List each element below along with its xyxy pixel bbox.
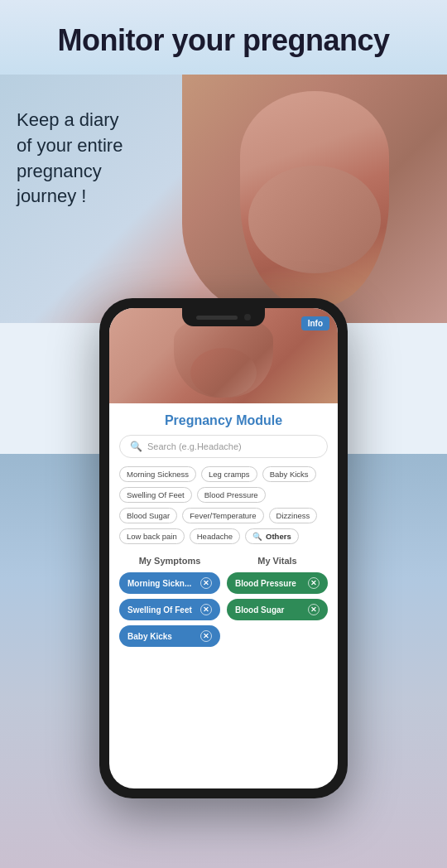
pregnant-silhouette bbox=[215, 91, 414, 323]
tag-fever[interactable]: Fever/Temperature bbox=[182, 508, 263, 523]
remove-blood-sugar[interactable]: ✕ bbox=[308, 604, 320, 615]
symptom-baby-kicks-label: Baby Kicks bbox=[127, 632, 172, 641]
hero-text: Keep a diary of your entire pregnancy jo… bbox=[17, 108, 123, 210]
notch-camera bbox=[244, 314, 251, 321]
tag-swelling[interactable]: Swelling Of Feet bbox=[119, 487, 192, 503]
phone-outer: Info Pregnancy Module 🔍 Search (e.g.Head… bbox=[99, 298, 348, 798]
symptom-morning-sickness[interactable]: Morning Sickn... ✕ bbox=[119, 572, 220, 594]
tag-blood-pressure[interactable]: Blood Pressure bbox=[197, 487, 266, 503]
vital-blood-sugar-label: Blood Sugar bbox=[235, 605, 284, 615]
tag-dizziness[interactable]: Dizziness bbox=[269, 508, 318, 523]
hero-section: Keep a diary of your entire pregnancy jo… bbox=[0, 75, 447, 323]
symptoms-column: My Symptoms Morning Sickn... ✕ Swelling … bbox=[119, 556, 220, 652]
vital-blood-pressure[interactable]: Blood Pressure ✕ bbox=[227, 572, 328, 594]
symptom-baby-kicks[interactable]: Baby Kicks ✕ bbox=[119, 625, 220, 647]
remove-blood-pressure[interactable]: ✕ bbox=[308, 577, 320, 589]
search-icon-small: 🔍 bbox=[252, 532, 262, 541]
tag-others[interactable]: 🔍 Others bbox=[245, 528, 299, 544]
tag-low-back-pain[interactable]: Low back pain bbox=[119, 528, 185, 544]
search-placeholder: Search (e.g.Headache) bbox=[147, 441, 242, 451]
vitals-column: My Vitals Blood Pressure ✕ Blood Sugar ✕ bbox=[227, 556, 328, 652]
symptoms-vitals-cols: My Symptoms Morning Sickn... ✕ Swelling … bbox=[119, 556, 328, 652]
tags-area: Morning Sickness Leg cramps Baby Kicks S… bbox=[109, 466, 338, 544]
tag-headache[interactable]: Headache bbox=[190, 528, 240, 544]
remove-morning-sickness[interactable]: ✕ bbox=[200, 577, 212, 589]
page-container: Monitor your pregnancy Keep a diary of y… bbox=[0, 0, 447, 868]
symptom-swelling-label: Swelling Of Feet bbox=[127, 605, 192, 615]
tag-baby-kicks[interactable]: Baby Kicks bbox=[262, 466, 316, 482]
phone-screen: Info Pregnancy Module 🔍 Search (e.g.Head… bbox=[109, 308, 338, 788]
phone-notch bbox=[182, 308, 265, 326]
search-bar[interactable]: 🔍 Search (e.g.Headache) bbox=[119, 435, 328, 458]
symptoms-header: My Symptoms bbox=[119, 556, 220, 566]
vital-blood-pressure-label: Blood Pressure bbox=[235, 579, 296, 588]
tag-leg-cramps[interactable]: Leg cramps bbox=[201, 466, 257, 482]
notch-speaker bbox=[196, 316, 238, 320]
phone-mockup: Info Pregnancy Module 🔍 Search (e.g.Head… bbox=[99, 298, 348, 798]
tag-morning-sickness[interactable]: Morning Sickness bbox=[119, 466, 196, 482]
symptom-morning-sickness-label: Morning Sickn... bbox=[127, 579, 191, 588]
remove-swelling[interactable]: ✕ bbox=[200, 604, 212, 615]
silhouette-body bbox=[240, 91, 389, 306]
vital-blood-sugar[interactable]: Blood Sugar ✕ bbox=[227, 599, 328, 620]
remove-baby-kicks[interactable]: ✕ bbox=[200, 630, 212, 642]
bottom-section: My Symptoms Morning Sickn... ✕ Swelling … bbox=[109, 544, 338, 660]
screen-belly-illustration bbox=[174, 315, 273, 398]
others-label: Others bbox=[266, 532, 291, 541]
tag-blood-sugar[interactable]: Blood Sugar bbox=[119, 508, 177, 523]
vitals-header: My Vitals bbox=[227, 556, 328, 566]
info-badge[interactable]: Info bbox=[301, 316, 329, 330]
search-icon: 🔍 bbox=[130, 441, 142, 452]
symptom-swelling[interactable]: Swelling Of Feet ✕ bbox=[119, 599, 220, 620]
module-title: Pregnancy Module bbox=[109, 403, 338, 435]
page-title: Monitor your pregnancy bbox=[17, 23, 430, 58]
top-header: Monitor your pregnancy Keep a diary of y… bbox=[0, 0, 447, 323]
belly-bump bbox=[248, 166, 381, 273]
